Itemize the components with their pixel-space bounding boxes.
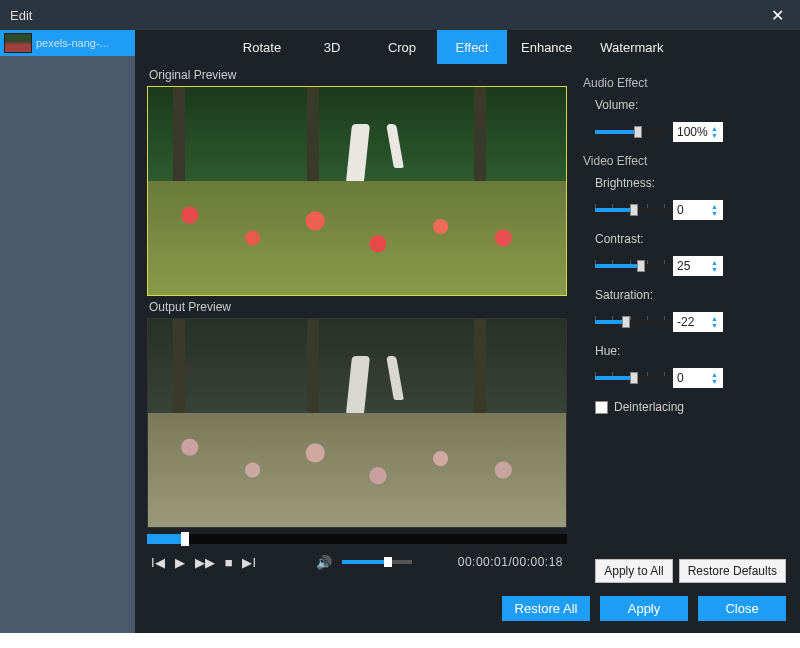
tab-watermark[interactable]: Watermark [586,30,677,64]
fast-forward-icon[interactable]: ▶▶ [195,555,215,570]
window-body: pexels-nang-... Rotate 3D Crop Effect En… [0,30,800,633]
tab-effect[interactable]: Effect [437,30,507,64]
tab-3d[interactable]: 3D [297,30,367,64]
volume-spinner[interactable]: 100% ▲▼ [673,122,723,142]
timecode: 00:00:01/00:00:18 [458,555,563,569]
volume-slider[interactable] [595,130,665,134]
tab-crop[interactable]: Crop [367,30,437,64]
secondary-buttons: Apply to All Restore Defaults [595,559,786,583]
next-frame-icon[interactable]: ▶I [242,555,256,570]
preview-column: Original Preview Output Preview [147,64,567,625]
brightness-spinner[interactable]: 0 ▲▼ [673,200,723,220]
output-preview-label: Output Preview [147,296,567,318]
play-icon[interactable]: ▶ [175,555,185,570]
content: Original Preview Output Preview [135,64,800,633]
volume-value: 100% [677,125,708,139]
main-area: Rotate 3D Crop Effect Enhance Watermark … [135,30,800,633]
output-preview [147,318,567,528]
titlebar: Edit ✕ [0,0,800,30]
hue-spinner[interactable]: 0 ▲▼ [673,368,723,388]
window-title: Edit [10,8,32,23]
prev-frame-icon[interactable]: I◀ [151,555,165,570]
spinner-arrows-icon[interactable]: ▲▼ [711,123,721,141]
saturation-slider[interactable] [595,320,665,324]
scrubber-fill [147,534,181,544]
spinner-arrows-icon[interactable]: ▲▼ [711,201,721,219]
contrast-slider[interactable] [595,264,665,268]
video-effect-heading: Video Effect [583,154,784,168]
apply-to-all-button[interactable]: Apply to All [595,559,672,583]
audio-effect-heading: Audio Effect [583,76,784,90]
hue-label: Hue: [583,344,647,358]
hue-value: 0 [677,371,684,385]
apply-button[interactable]: Apply [600,596,688,621]
sidebar-thumbnail [4,33,32,53]
hue-slider[interactable] [595,376,665,380]
deinterlacing-label: Deinterlacing [614,400,684,414]
tab-bar: Rotate 3D Crop Effect Enhance Watermark [135,30,800,64]
scrubber-thumb[interactable] [181,532,189,546]
playback-scrubber[interactable] [147,534,567,544]
spinner-arrows-icon[interactable]: ▲▼ [711,369,721,387]
tab-enhance[interactable]: Enhance [507,30,586,64]
primary-buttons: Restore All Apply Close [502,596,786,621]
contrast-value: 25 [677,259,690,273]
sidebar-item[interactable]: pexels-nang-... [0,30,135,56]
sidebar: pexels-nang-... [0,30,135,633]
brightness-label: Brightness: [583,176,647,190]
deinterlacing-checkbox[interactable] [595,401,608,414]
edit-window: Edit ✕ pexels-nang-... Rotate 3D Crop Ef… [0,0,800,633]
transport-bar: I◀ ▶ ▶▶ ■ ▶I 🔊 00:00:01/00:00:18 [147,548,567,576]
transport-volume-slider[interactable] [342,560,412,564]
tab-rotate[interactable]: Rotate [227,30,297,64]
contrast-label: Contrast: [583,232,647,246]
original-preview [147,86,567,296]
stop-icon[interactable]: ■ [225,555,233,570]
close-button[interactable]: Close [698,596,786,621]
saturation-spinner[interactable]: -22 ▲▼ [673,312,723,332]
effect-panel: Audio Effect Volume: 100% ▲▼ Video Effec… [575,64,788,625]
spinner-arrows-icon[interactable]: ▲▼ [711,313,721,331]
volume-label: Volume: [583,98,647,112]
close-icon[interactable]: ✕ [765,4,790,27]
saturation-value: -22 [677,315,694,329]
spinner-arrows-icon[interactable]: ▲▼ [711,257,721,275]
saturation-label: Saturation: [583,288,647,302]
restore-defaults-button[interactable]: Restore Defaults [679,559,786,583]
brightness-value: 0 [677,203,684,217]
original-preview-label: Original Preview [147,64,567,86]
volume-icon[interactable]: 🔊 [316,555,332,570]
sidebar-item-label: pexels-nang-... [36,37,109,49]
deinterlacing-row[interactable]: Deinterlacing [583,400,784,414]
brightness-slider[interactable] [595,208,665,212]
restore-all-button[interactable]: Restore All [502,596,590,621]
contrast-spinner[interactable]: 25 ▲▼ [673,256,723,276]
